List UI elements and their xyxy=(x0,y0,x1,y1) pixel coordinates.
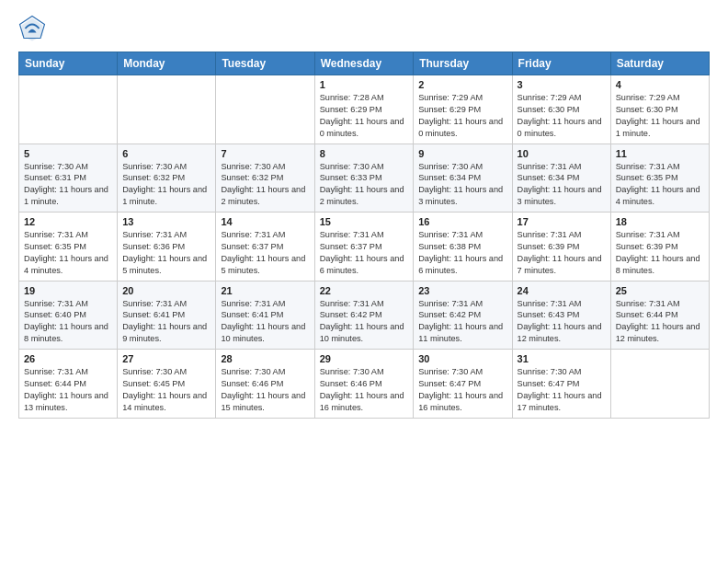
day-number: 22 xyxy=(320,285,409,296)
day-header-tuesday: Tuesday xyxy=(216,52,314,75)
day-info: Sunrise: 7:31 AM Sunset: 6:41 PM Dayligh… xyxy=(221,298,309,346)
day-info: Sunrise: 7:29 AM Sunset: 6:30 PM Dayligh… xyxy=(616,92,704,140)
day-info: Sunrise: 7:31 AM Sunset: 6:41 PM Dayligh… xyxy=(122,298,210,346)
calendar-cell: 18Sunrise: 7:31 AM Sunset: 6:39 PM Dayli… xyxy=(610,213,709,282)
calendar-cell: 11Sunrise: 7:31 AM Sunset: 6:35 PM Dayli… xyxy=(610,144,709,213)
calendar-week-row: 5Sunrise: 7:30 AM Sunset: 6:31 PM Daylig… xyxy=(19,144,710,213)
day-info: Sunrise: 7:31 AM Sunset: 6:44 PM Dayligh… xyxy=(24,366,112,414)
calendar-cell: 24Sunrise: 7:31 AM Sunset: 6:43 PM Dayli… xyxy=(512,281,610,350)
day-header-friday: Friday xyxy=(512,52,610,75)
calendar-cell: 17Sunrise: 7:31 AM Sunset: 6:39 PM Dayli… xyxy=(512,213,610,282)
day-number: 13 xyxy=(122,216,210,227)
calendar-cell xyxy=(216,75,314,144)
calendar-cell: 5Sunrise: 7:30 AM Sunset: 6:31 PM Daylig… xyxy=(19,144,118,213)
calendar-cell xyxy=(118,75,216,144)
day-number: 20 xyxy=(122,285,210,296)
day-number: 27 xyxy=(122,353,210,364)
day-info: Sunrise: 7:31 AM Sunset: 6:38 PM Dayligh… xyxy=(418,229,506,277)
calendar-header-row: SundayMondayTuesdayWednesdayThursdayFrid… xyxy=(19,52,710,75)
calendar-table: SundayMondayTuesdayWednesdayThursdayFrid… xyxy=(18,52,710,419)
day-info: Sunrise: 7:31 AM Sunset: 6:37 PM Dayligh… xyxy=(320,229,409,277)
calendar-cell: 26Sunrise: 7:31 AM Sunset: 6:44 PM Dayli… xyxy=(19,350,118,419)
day-header-thursday: Thursday xyxy=(414,52,512,75)
day-info: Sunrise: 7:30 AM Sunset: 6:32 PM Dayligh… xyxy=(221,161,309,209)
day-info: Sunrise: 7:29 AM Sunset: 6:30 PM Dayligh… xyxy=(518,92,606,140)
day-number: 8 xyxy=(320,148,409,159)
day-number: 9 xyxy=(418,148,506,159)
day-info: Sunrise: 7:30 AM Sunset: 6:46 PM Dayligh… xyxy=(320,366,409,414)
day-info: Sunrise: 7:30 AM Sunset: 6:47 PM Dayligh… xyxy=(518,366,606,414)
day-info: Sunrise: 7:31 AM Sunset: 6:39 PM Dayligh… xyxy=(616,229,704,277)
day-number: 24 xyxy=(518,285,606,296)
calendar-cell: 29Sunrise: 7:30 AM Sunset: 6:46 PM Dayli… xyxy=(314,350,414,419)
day-number: 4 xyxy=(616,79,704,90)
calendar-cell: 30Sunrise: 7:30 AM Sunset: 6:47 PM Dayli… xyxy=(414,350,512,419)
calendar-week-row: 19Sunrise: 7:31 AM Sunset: 6:40 PM Dayli… xyxy=(19,281,710,350)
day-info: Sunrise: 7:29 AM Sunset: 6:29 PM Dayligh… xyxy=(418,92,506,140)
calendar-cell: 23Sunrise: 7:31 AM Sunset: 6:42 PM Dayli… xyxy=(414,281,512,350)
day-info: Sunrise: 7:28 AM Sunset: 6:29 PM Dayligh… xyxy=(320,92,409,140)
calendar-cell: 16Sunrise: 7:31 AM Sunset: 6:38 PM Dayli… xyxy=(414,213,512,282)
day-number: 29 xyxy=(320,353,409,364)
calendar-cell: 7Sunrise: 7:30 AM Sunset: 6:32 PM Daylig… xyxy=(216,144,314,213)
calendar-cell: 12Sunrise: 7:31 AM Sunset: 6:35 PM Dayli… xyxy=(19,213,118,282)
day-number: 2 xyxy=(418,79,506,90)
logo xyxy=(18,15,50,42)
calendar-cell: 27Sunrise: 7:30 AM Sunset: 6:45 PM Dayli… xyxy=(118,350,216,419)
day-info: Sunrise: 7:31 AM Sunset: 6:36 PM Dayligh… xyxy=(122,229,210,277)
day-number: 17 xyxy=(518,216,606,227)
calendar-cell: 25Sunrise: 7:31 AM Sunset: 6:44 PM Dayli… xyxy=(610,281,709,350)
day-info: Sunrise: 7:31 AM Sunset: 6:44 PM Dayligh… xyxy=(616,298,704,346)
day-header-saturday: Saturday xyxy=(610,52,709,75)
logo-icon xyxy=(18,15,46,42)
day-number: 25 xyxy=(616,285,704,296)
day-info: Sunrise: 7:30 AM Sunset: 6:45 PM Dayligh… xyxy=(122,366,210,414)
day-header-wednesday: Wednesday xyxy=(314,52,414,75)
calendar-cell: 2Sunrise: 7:29 AM Sunset: 6:29 PM Daylig… xyxy=(414,75,512,144)
calendar-cell: 8Sunrise: 7:30 AM Sunset: 6:33 PM Daylig… xyxy=(314,144,414,213)
day-info: Sunrise: 7:30 AM Sunset: 6:47 PM Dayligh… xyxy=(418,366,506,414)
calendar-cell: 10Sunrise: 7:31 AM Sunset: 6:34 PM Dayli… xyxy=(512,144,610,213)
day-info: Sunrise: 7:31 AM Sunset: 6:40 PM Dayligh… xyxy=(24,298,112,346)
calendar-cell xyxy=(19,75,118,144)
day-header-sunday: Sunday xyxy=(19,52,118,75)
page: SundayMondayTuesdayWednesdayThursdayFrid… xyxy=(0,0,728,437)
day-number: 30 xyxy=(418,353,506,364)
calendar-cell: 6Sunrise: 7:30 AM Sunset: 6:32 PM Daylig… xyxy=(118,144,216,213)
day-info: Sunrise: 7:31 AM Sunset: 6:34 PM Dayligh… xyxy=(518,161,606,209)
day-info: Sunrise: 7:30 AM Sunset: 6:33 PM Dayligh… xyxy=(320,161,409,209)
day-info: Sunrise: 7:31 AM Sunset: 6:35 PM Dayligh… xyxy=(24,229,112,277)
calendar-cell xyxy=(610,350,709,419)
day-number: 26 xyxy=(24,353,112,364)
day-number: 21 xyxy=(221,285,309,296)
day-number: 12 xyxy=(24,216,112,227)
day-number: 19 xyxy=(24,285,112,296)
day-number: 1 xyxy=(320,79,409,90)
header xyxy=(18,15,710,42)
day-number: 16 xyxy=(418,216,506,227)
calendar-cell: 21Sunrise: 7:31 AM Sunset: 6:41 PM Dayli… xyxy=(216,281,314,350)
day-info: Sunrise: 7:31 AM Sunset: 6:42 PM Dayligh… xyxy=(418,298,506,346)
day-info: Sunrise: 7:30 AM Sunset: 6:34 PM Dayligh… xyxy=(418,161,506,209)
calendar-cell: 4Sunrise: 7:29 AM Sunset: 6:30 PM Daylig… xyxy=(610,75,709,144)
day-info: Sunrise: 7:31 AM Sunset: 6:43 PM Dayligh… xyxy=(518,298,606,346)
calendar-cell: 1Sunrise: 7:28 AM Sunset: 6:29 PM Daylig… xyxy=(314,75,414,144)
day-number: 15 xyxy=(320,216,409,227)
day-info: Sunrise: 7:30 AM Sunset: 6:32 PM Dayligh… xyxy=(122,161,210,209)
calendar-cell: 13Sunrise: 7:31 AM Sunset: 6:36 PM Dayli… xyxy=(118,213,216,282)
day-info: Sunrise: 7:31 AM Sunset: 6:39 PM Dayligh… xyxy=(518,229,606,277)
day-info: Sunrise: 7:31 AM Sunset: 6:35 PM Dayligh… xyxy=(616,161,704,209)
calendar-cell: 22Sunrise: 7:31 AM Sunset: 6:42 PM Dayli… xyxy=(314,281,414,350)
calendar-cell: 9Sunrise: 7:30 AM Sunset: 6:34 PM Daylig… xyxy=(414,144,512,213)
day-number: 10 xyxy=(518,148,606,159)
day-number: 14 xyxy=(221,216,309,227)
day-number: 18 xyxy=(616,216,704,227)
calendar-cell: 14Sunrise: 7:31 AM Sunset: 6:37 PM Dayli… xyxy=(216,213,314,282)
calendar-week-row: 26Sunrise: 7:31 AM Sunset: 6:44 PM Dayli… xyxy=(19,350,710,419)
calendar-cell: 20Sunrise: 7:31 AM Sunset: 6:41 PM Dayli… xyxy=(118,281,216,350)
day-info: Sunrise: 7:31 AM Sunset: 6:37 PM Dayligh… xyxy=(221,229,309,277)
day-info: Sunrise: 7:31 AM Sunset: 6:42 PM Dayligh… xyxy=(320,298,409,346)
calendar-cell: 31Sunrise: 7:30 AM Sunset: 6:47 PM Dayli… xyxy=(512,350,610,419)
calendar-week-row: 12Sunrise: 7:31 AM Sunset: 6:35 PM Dayli… xyxy=(19,213,710,282)
day-number: 11 xyxy=(616,148,704,159)
